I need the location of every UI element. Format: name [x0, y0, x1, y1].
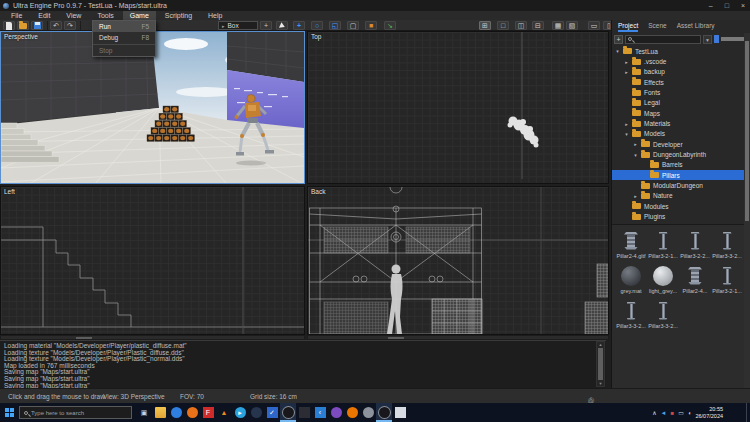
tree-item[interactable]: Effects — [612, 77, 745, 87]
taskbar-app[interactable]: ✓ — [264, 403, 280, 422]
taskbar-search[interactable]: Type here to search — [19, 406, 132, 419]
redo-button[interactable]: ↷ — [64, 21, 76, 30]
toggle-a-button[interactable]: ▦ — [552, 21, 564, 30]
scroll-down-icon[interactable]: ▼ — [599, 381, 603, 386]
tree-item[interactable]: Pillars — [612, 170, 745, 180]
tree-item[interactable]: ▸ backup — [612, 67, 745, 77]
taskbar-app[interactable] — [360, 403, 376, 422]
layout-quad-button[interactable]: ⊞ — [479, 21, 491, 30]
scroll-up-icon[interactable]: ▲ — [599, 342, 603, 347]
scale-tool-button[interactable]: ◱ — [329, 21, 341, 30]
tree-item[interactable]: Barrels — [612, 160, 745, 170]
menu-item[interactable]: Tools — [90, 11, 120, 20]
menu-option[interactable]: Debug F8 — [93, 32, 155, 43]
menu-item[interactable]: Help — [201, 11, 229, 20]
taskbar-app[interactable] — [392, 403, 408, 422]
tray-icon[interactable]: ◖ — [688, 410, 692, 416]
taskbar-app[interactable] — [280, 403, 296, 422]
console-log[interactable]: Loading material "Models/Developer/Playe… — [0, 340, 606, 388]
menu-option[interactable]: Stop — [93, 44, 155, 56]
console-scrollbar[interactable]: ▲ ▼ — [596, 341, 605, 387]
expander-icon[interactable]: ▸ — [624, 69, 629, 75]
asset-item[interactable]: Pillar3-3-2... — [647, 298, 679, 333]
asset-item[interactable]: light_grey... — [647, 263, 679, 298]
tree-item[interactable]: ▾ Models — [612, 129, 745, 139]
panel-tab[interactable]: Asset Library — [677, 22, 715, 32]
tray-icon[interactable]: ∧ — [652, 409, 656, 416]
asset-item[interactable]: Pillar3-2-2... — [679, 228, 711, 263]
menu-item[interactable]: Game — [123, 11, 156, 20]
taskbar-app[interactable]: ▣ — [136, 403, 152, 422]
asset-item[interactable]: Pillar3-2-1... — [647, 228, 679, 263]
asset-item[interactable]: Pillar3-3-2... — [615, 298, 647, 333]
taskbar-clock[interactable]: 20:55 26/07/2024 — [695, 406, 723, 419]
asset-item[interactable]: Pillar3-3-2... — [711, 228, 743, 263]
rotate-tool-button[interactable]: ○ — [311, 21, 323, 30]
menu-item[interactable]: File — [4, 11, 29, 20]
open-button[interactable] — [17, 21, 29, 30]
asset-item[interactable]: Pillar2-4.gltf — [615, 228, 647, 263]
minimize-button[interactable]: – — [709, 2, 713, 9]
tray-icon[interactable]: ◄ — [661, 410, 667, 416]
start-button[interactable] — [0, 403, 19, 422]
panel-tab[interactable]: Scene — [648, 22, 666, 32]
tree-item[interactable]: Maps — [612, 108, 745, 118]
maximize-button[interactable]: □ — [725, 2, 729, 9]
expander-icon[interactable]: ▾ — [615, 48, 620, 54]
tree-item[interactable]: ▾ DungeonLabyrinth — [612, 149, 745, 159]
taskbar-app[interactable] — [344, 403, 360, 422]
add-primitive-button[interactable]: + — [260, 21, 272, 30]
taskbar-app[interactable] — [248, 403, 264, 422]
select-tool-button[interactable] — [276, 21, 288, 30]
title-bar[interactable]: Ultra Engine Pro 0.9.7 - TestLua - Maps/… — [0, 0, 750, 11]
layout-single-button[interactable]: □ — [497, 21, 509, 30]
primitive-type-dropdown[interactable]: ▸ Box — [218, 21, 258, 30]
tree-item[interactable]: ▸ Materials — [612, 118, 745, 128]
expander-icon[interactable]: ▾ — [633, 152, 638, 158]
asset-item[interactable]: Pillar2-4... — [679, 263, 711, 298]
move-tool-button[interactable]: + — [293, 21, 305, 30]
tree-item[interactable]: ▾ TestLua — [612, 46, 745, 56]
close-button[interactable]: × — [741, 2, 745, 9]
expander-icon[interactable]: ▸ — [624, 121, 629, 127]
monitor-a-button[interactable]: ▭ — [588, 21, 600, 30]
tree-item[interactable]: Legal — [612, 98, 745, 108]
expander-icon[interactable]: ▸ — [633, 141, 638, 147]
asset-item[interactable]: Pillar3-2-1... — [711, 263, 743, 298]
expander-icon[interactable]: ▾ — [624, 131, 629, 137]
undo-button[interactable]: ↶ — [50, 21, 62, 30]
taskbar-app[interactable]: ▲ — [216, 403, 232, 422]
layout-columns-button[interactable]: ◫ — [515, 21, 527, 30]
toggle-b-button[interactable]: ▧ — [566, 21, 578, 30]
panel-vscrollbar[interactable] — [744, 33, 750, 388]
menu-item[interactable]: Scripting — [158, 11, 199, 20]
viewport-back[interactable]: Back — [307, 186, 609, 335]
menu-item[interactable]: View — [59, 11, 88, 20]
viewport-left[interactable]: Left — [0, 186, 305, 335]
tray-icon[interactable]: ■ — [671, 410, 675, 416]
tree-item[interactable]: ▸ Nature — [612, 191, 745, 201]
save-button[interactable] — [31, 21, 43, 30]
tree-item[interactable]: Plugins — [612, 212, 745, 222]
taskbar-app[interactable] — [328, 403, 344, 422]
taskbar-app[interactable]: F — [200, 403, 216, 422]
scrollbar-thumb[interactable] — [745, 41, 749, 221]
tree-item[interactable]: Modules — [612, 201, 745, 211]
tree-item[interactable]: ModularDungeon — [612, 180, 745, 190]
drop-tool-button[interactable]: ↘ — [384, 21, 396, 30]
menu-option[interactable]: Run F5 — [93, 21, 155, 32]
add-button[interactable]: + — [614, 35, 623, 44]
search-input[interactable] — [625, 35, 701, 44]
layout-rows-button[interactable]: ⊟ — [532, 21, 544, 30]
asset-item[interactable]: grey.mat — [615, 263, 647, 298]
taskbar-app[interactable] — [152, 403, 168, 422]
scrollbar-thumb[interactable] — [598, 348, 603, 380]
filter-dropdown-button[interactable]: ▼ — [703, 35, 712, 44]
new-file-button[interactable] — [3, 21, 15, 30]
taskbar-app[interactable] — [168, 403, 184, 422]
expander-icon[interactable]: ▸ — [633, 193, 638, 199]
panel-tab[interactable]: Project — [618, 22, 638, 32]
scrollbar-accent[interactable] — [714, 35, 719, 43]
taskbar-app[interactable] — [296, 403, 312, 422]
show-desktop-button[interactable] — [746, 403, 750, 422]
